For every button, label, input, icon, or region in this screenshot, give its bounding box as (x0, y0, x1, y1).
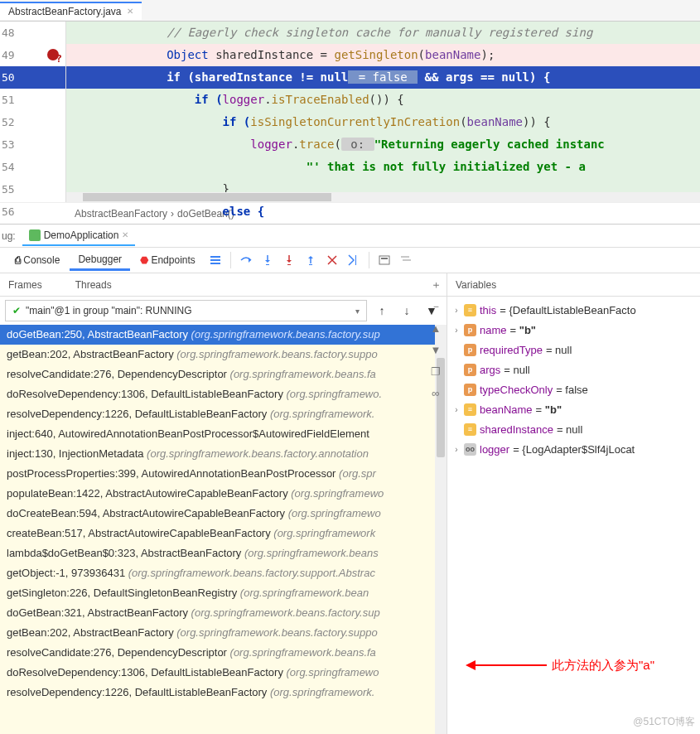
annotation-text: 此方法的入参为"a" (552, 658, 654, 674)
chevron-down-icon: ▾ (355, 307, 360, 316)
chevron-right-icon: › (452, 445, 461, 454)
svg-rect-4 (287, 264, 291, 265)
bug-icon (29, 229, 41, 241)
prev-frame-icon[interactable]: ↑ (372, 301, 392, 321)
variable-row[interactable]: ›p typeCheckOnly = false (452, 379, 695, 399)
close-icon[interactable]: ✕ (122, 230, 128, 239)
trace-icon[interactable] (396, 250, 416, 270)
stack-frame[interactable]: resolveCandidate:276, DependencyDescript… (0, 643, 447, 663)
svg-rect-3 (266, 264, 269, 265)
stack-frame[interactable]: doResolveDependency:1306, DefaultListabl… (0, 384, 447, 404)
stack-frame[interactable]: createBean:517, AbstractAutowireCapableB… (0, 524, 447, 543)
stack-frame[interactable]: doResolveDependency:1306, DefaultListabl… (0, 663, 447, 683)
var-type-icon: ≡ (464, 304, 476, 316)
line-number: 56 (0, 200, 65, 223)
code-editor[interactable]: 48 49? 50 51 52 53 54 55 56 // Eagerly c… (0, 22, 700, 202)
evaluate-icon[interactable] (374, 250, 394, 270)
threads-view-icon[interactable] (205, 250, 225, 270)
thread-dropdown[interactable]: ✔ "main"@1 in group "main": RUNNING ▾ (5, 300, 367, 321)
stack-frame[interactable]: resolveCandidate:276, DependencyDescript… (0, 365, 447, 384)
variable-row[interactable]: ›oo logger = {LogAdapter$Slf4jLocat (452, 439, 695, 459)
line-number: 50 (0, 66, 65, 89)
stack-frame[interactable]: inject:640, AutowiredAnnotationBeanPostP… (0, 424, 447, 444)
threads-heading[interactable]: Threads (75, 279, 112, 291)
variables-tree[interactable]: ›≡ this = {DefaultListableBeanFacto›p na… (447, 297, 700, 462)
code-line: else { (66, 200, 700, 223)
watch-down-icon[interactable]: ▼ (427, 341, 444, 358)
variable-row[interactable]: ›p requiredType = null (452, 340, 695, 360)
variable-row[interactable]: ›≡ this = {DefaultListableBeanFacto (452, 300, 695, 320)
stack-frame[interactable]: lambda$doGetBean$0:323, AbstractBeanFact… (0, 543, 447, 563)
stack-frame[interactable]: getBean:202, AbstractBeanFactory (org.sp… (0, 623, 447, 643)
endpoints-tab[interactable]: ⬣ Endpoints (132, 251, 204, 269)
close-icon[interactable]: ✕ (127, 7, 133, 16)
chevron-right-icon: › (452, 425, 461, 434)
stack-frame[interactable]: postProcessProperties:399, AutowiredAnno… (0, 464, 447, 484)
svg-rect-1 (210, 259, 220, 261)
variable-row[interactable]: ›p args = null (452, 360, 695, 379)
var-type-icon: p (464, 384, 476, 396)
chevron-right-icon: › (452, 326, 461, 335)
scrollbar-horizontal[interactable] (66, 192, 700, 202)
line-number: 55 (0, 178, 65, 200)
force-step-into-icon[interactable] (279, 250, 299, 270)
next-frame-icon[interactable]: ↓ (397, 301, 417, 321)
code-line: // Eagerly check singleton cache for man… (66, 22, 700, 44)
var-type-icon: p (464, 324, 476, 336)
run-config-label: DemoApplication (44, 229, 119, 241)
stack-frame[interactable]: resolveDependency:1226, DefaultListableB… (0, 683, 447, 703)
step-out-icon[interactable] (301, 250, 321, 270)
svg-rect-6 (355, 255, 356, 265)
line-number: 48 (0, 22, 65, 44)
editor-tab[interactable]: AbstractBeanFactory.java ✕ (0, 2, 142, 20)
variables-heading: Variables (456, 279, 496, 291)
code-line: if (sharedInstance != null = false && ar… (66, 66, 700, 89)
annotation: 此方法的入参为"a" (464, 657, 654, 674)
code-line: Object sharedInstance = getSingleton(bea… (66, 44, 700, 66)
stack-frame[interactable]: resolveDependency:1226, DefaultListableB… (0, 404, 447, 424)
variable-row[interactable]: ›p name = "b" (452, 320, 695, 340)
variable-row[interactable]: ›≡ beanName = "b" (452, 399, 695, 419)
svg-rect-10 (403, 259, 411, 261)
thread-dd-label: "main"@1 in group "main": RUNNING (26, 305, 192, 316)
code-line: if (isSingletonCurrentlyInCreation(beanN… (66, 111, 700, 133)
watch-up-icon[interactable]: ▲ (427, 320, 444, 336)
line-number: 52 (0, 111, 65, 133)
stack-frame[interactable]: doGetBean:250, AbstractBeanFactory (org.… (0, 325, 447, 345)
line-number: 53 (0, 133, 65, 156)
var-type-icon: oo (464, 443, 476, 456)
stack-frames-list[interactable]: doGetBean:250, AbstractBeanFactory (org.… (0, 325, 447, 734)
line-number: 51 (0, 89, 65, 111)
code-line: if (logger.isTraceEnabled()) { (66, 89, 700, 111)
step-into-icon[interactable] (258, 250, 278, 270)
chevron-right-icon: › (452, 365, 461, 374)
stack-frame[interactable]: getBean:202, AbstractBeanFactory (org.sp… (0, 345, 447, 365)
var-type-icon: ≡ (464, 403, 476, 416)
stack-frame[interactable]: getObject:-1, 973936431 (org.springframe… (0, 563, 447, 583)
new-watch-icon[interactable]: ＋ (427, 277, 444, 293)
variable-row[interactable]: ›≡ sharedInstance = null (452, 419, 695, 439)
svg-rect-5 (309, 264, 312, 265)
stack-frame[interactable]: populateBean:1422, AbstractAutowireCapab… (0, 484, 447, 504)
stack-frame[interactable]: inject:130, InjectionMetadata (org.sprin… (0, 444, 447, 464)
code-line: logger.trace( o: "Returning eagerly cach… (66, 133, 700, 156)
run-config-tab[interactable]: DemoApplication ✕ (22, 226, 136, 246)
code-line: "' that is not fully initialized yet - a (66, 156, 700, 178)
stack-frame[interactable]: doGetBean:321, AbstractBeanFactory (org.… (0, 603, 447, 623)
copy-icon[interactable]: ❐ (427, 363, 444, 379)
debugger-tab[interactable]: Debugger (70, 250, 130, 271)
step-over-icon[interactable] (236, 250, 256, 270)
drop-frame-icon[interactable] (322, 250, 342, 270)
stack-frame[interactable]: getSingleton:226, DefaultSingletonBeanRe… (0, 583, 447, 603)
svg-rect-2 (210, 263, 220, 264)
stack-frame[interactable]: doCreateBean:594, AbstractAutowireCapabl… (0, 504, 447, 524)
line-number: 49? (0, 44, 65, 66)
gutter: 48 49? 50 51 52 53 54 55 56 (0, 22, 66, 202)
watermark: @51CTO博客 (633, 715, 695, 729)
chevron-right-icon: › (452, 306, 461, 315)
chevron-right-icon: › (452, 385, 461, 394)
glasses-icon[interactable]: ∞ (427, 384, 444, 401)
remove-watch-icon[interactable]: － (427, 298, 444, 315)
console-tab[interactable]: ⎙ Console (7, 251, 68, 269)
run-to-cursor-icon[interactable] (344, 250, 364, 270)
